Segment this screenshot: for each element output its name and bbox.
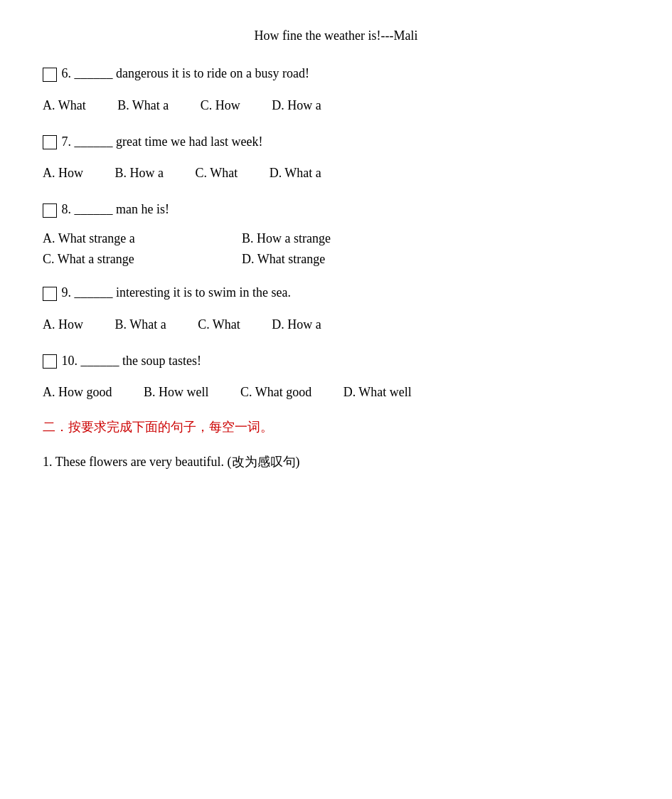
q9-options: A. How B. What a C. What D. How a xyxy=(43,314,629,335)
q7-optD: D. What a xyxy=(270,166,321,180)
q9-optA: A. How xyxy=(43,317,83,332)
q9-optB: B. What a xyxy=(115,317,166,332)
q10-blank: ______ xyxy=(81,354,119,368)
q10-optB: B. How well xyxy=(144,385,209,399)
q8-options: A. What strange a B. How a strange C. Wh… xyxy=(43,231,629,267)
q9-paren xyxy=(43,287,57,301)
section-2-title: 二．按要求完成下面的句子，每空一词。 xyxy=(43,418,629,435)
question-8: 8. ______ man he is! A. What strange a B… xyxy=(43,199,629,267)
q9-blank: ______ xyxy=(75,285,113,300)
q9-optC: C. What xyxy=(198,317,240,332)
q7-paren xyxy=(43,135,57,149)
question-10: 10. ______ the soup tastes! A. How good … xyxy=(43,351,629,403)
q9-optD: D. How a xyxy=(272,317,321,332)
q10-optA: A. How good xyxy=(43,385,112,399)
q6-options: A. What B. What a C. How D. How a xyxy=(43,95,629,116)
q8-text: man he is! xyxy=(116,202,169,216)
q6-blank: ______ xyxy=(75,66,113,80)
q9-text: interesting it is to swim in the sea. xyxy=(116,285,291,300)
q7-optC: C. What xyxy=(196,166,238,180)
question-7-line: 7. ______ great time we had last week! xyxy=(43,132,629,152)
question-9-line: 9. ______ interesting it is to swim in t… xyxy=(43,282,629,303)
q7-blank: ______ xyxy=(75,134,113,149)
q6-optC: C. How xyxy=(201,98,240,112)
q8-optC: C. What a strange xyxy=(43,252,242,267)
question-10-line: 10. ______ the soup tastes! xyxy=(43,351,629,371)
q10-number: 10. xyxy=(62,354,78,368)
page-title: How fine the weather is!---Mali xyxy=(43,28,629,43)
q10-paren xyxy=(43,354,57,369)
q6-optA: A. What xyxy=(43,98,86,112)
q7-options: A. How B. How a C. What D. What a xyxy=(43,163,629,184)
q8-options-row2: C. What a strange D. What strange xyxy=(43,252,629,267)
q6-number: 6. xyxy=(62,66,72,80)
q8-options-row1: A. What strange a B. How a strange xyxy=(43,231,629,246)
question-7: 7. ______ great time we had last week! A… xyxy=(43,132,629,184)
q8-number: 8. xyxy=(62,202,72,216)
q8-optB: B. How a strange xyxy=(242,231,441,246)
q7-number: 7. xyxy=(62,134,72,149)
exercise-1-number: 1. These flowers are very beautiful. (改为… xyxy=(43,455,300,469)
q10-optD: D. What well xyxy=(343,385,412,399)
question-8-line: 8. ______ man he is! xyxy=(43,199,629,220)
q10-text: the soup tastes! xyxy=(122,354,201,368)
q7-text: great time we had last week! xyxy=(116,134,262,149)
q6-paren xyxy=(43,68,57,82)
q9-number: 9. xyxy=(62,285,72,300)
question-6-line: 6. ______ dangerous it is to ride on a b… xyxy=(43,63,629,84)
q7-optA: A. How xyxy=(43,166,83,180)
q6-optD: D. How a xyxy=(272,98,321,112)
q10-options: A. How good B. How well C. What good D. … xyxy=(43,382,629,403)
section-2: 二．按要求完成下面的句子，每空一词。 1. These flowers are … xyxy=(43,418,629,473)
q6-text: dangerous it is to ride on a busy road! xyxy=(116,66,309,80)
q8-optD: D. What strange xyxy=(242,252,441,267)
q8-paren xyxy=(43,203,57,218)
q10-optC: C. What good xyxy=(240,385,311,399)
question-6: 6. ______ dangerous it is to ride on a b… xyxy=(43,63,629,116)
q6-optB: B. What a xyxy=(117,98,169,112)
q8-optA: A. What strange a xyxy=(43,231,242,246)
exercise-1: 1. These flowers are very beautiful. (改为… xyxy=(43,451,629,473)
q8-blank: ______ xyxy=(75,202,113,216)
q7-optB: B. How a xyxy=(115,166,164,180)
question-9: 9. ______ interesting it is to swim in t… xyxy=(43,282,629,335)
